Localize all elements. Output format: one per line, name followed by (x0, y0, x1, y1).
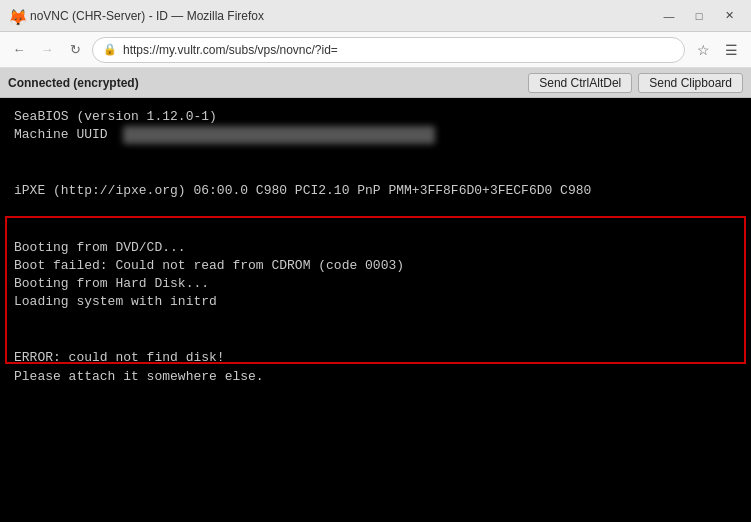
menu-icon[interactable]: ☰ (719, 38, 743, 62)
minimize-button[interactable]: — (655, 5, 683, 27)
refresh-button[interactable]: ↻ (64, 39, 86, 61)
vnc-line-4: iPXE (http://ipxe.org) 06:00.0 C980 PCI2… (14, 182, 737, 200)
vnc-line-7: Booting from DVD/CD... (14, 239, 737, 257)
title-bar: 🦊 noVNC (CHR-Server) - ID — Mozilla Fire… (0, 0, 751, 32)
vnc-line-blank-4 (14, 220, 737, 239)
back-button[interactable]: ← (8, 39, 30, 61)
vnc-toolbar: Connected (encrypted) Send CtrlAltDel Se… (0, 68, 751, 98)
lock-icon: 🔒 (103, 43, 117, 56)
window-title: noVNC (CHR-Server) - ID — Mozilla Firefo… (30, 9, 655, 23)
vnc-line-13: ERROR: could not find disk! (14, 349, 737, 367)
vnc-line-0: SeaBIOS (version 1.12.0-1) (14, 108, 737, 126)
forward-button[interactable]: → (36, 39, 58, 61)
vnc-line-blank-5 (14, 311, 737, 330)
vnc-line-blank-6 (14, 330, 737, 349)
toolbar-right: ☆ ☰ (691, 38, 743, 62)
vnc-line-blank-2 (14, 163, 737, 182)
vnc-line-blank-1 (14, 144, 737, 163)
vnc-line-8: Boot failed: Could not read from CDROM (… (14, 257, 737, 275)
vnc-buttons: Send CtrlAltDel Send Clipboard (528, 73, 743, 93)
send-clipboard-button[interactable]: Send Clipboard (638, 73, 743, 93)
send-ctrl-alt-del-button[interactable]: Send CtrlAltDel (528, 73, 632, 93)
window-controls: — □ ✕ (655, 5, 743, 27)
close-button[interactable]: ✕ (715, 5, 743, 27)
vnc-screen[interactable]: SeaBIOS (version 1.12.0-1) Machine UUID … (0, 98, 751, 522)
url-bar[interactable]: 🔒 https://my.vultr.com/subs/vps/novnc/?i… (92, 37, 685, 63)
vnc-line-9: Booting from Hard Disk... (14, 275, 737, 293)
vnc-line-1: Machine UUID (14, 126, 737, 144)
address-bar: ← → ↻ 🔒 https://my.vultr.com/subs/vps/no… (0, 32, 751, 68)
maximize-button[interactable]: □ (685, 5, 713, 27)
url-text: https://my.vultr.com/subs/vps/novnc/?id= (123, 43, 338, 57)
vnc-line-10: Loading system with initrd (14, 293, 737, 311)
firefox-icon: 🦊 (8, 8, 24, 24)
bookmark-icon[interactable]: ☆ (691, 38, 715, 62)
uuid-blurred (123, 126, 435, 144)
vnc-line-blank-3 (14, 201, 737, 220)
vnc-line-14: Please attach it somewhere else. (14, 368, 737, 386)
vnc-status: Connected (encrypted) (8, 76, 139, 90)
